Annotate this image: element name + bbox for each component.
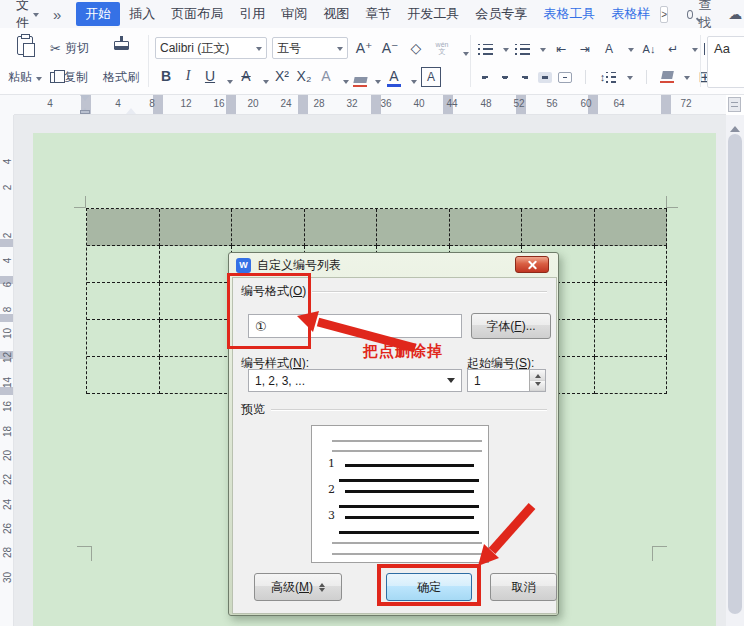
font-size-select[interactable]: 五号 (272, 37, 348, 59)
shading-button[interactable] (660, 71, 674, 84)
ruler-column-mark[interactable] (226, 95, 236, 115)
italic-button[interactable]: I (179, 65, 197, 87)
grow-font-button[interactable]: A⁺ (355, 37, 373, 59)
table-cell[interactable] (87, 357, 160, 394)
increase-indent-button[interactable]: ⇥ (576, 38, 594, 60)
cloud-sync-icon[interactable]: ☁ (728, 6, 742, 22)
table-cell[interactable] (522, 209, 595, 246)
scrollbar-thumb[interactable] (728, 134, 742, 614)
table-cell[interactable] (595, 357, 668, 394)
table-cell[interactable] (160, 320, 233, 357)
decrease-indent-button[interactable]: ⇤ (552, 38, 570, 60)
dropdown-arrow-icon[interactable] (684, 76, 690, 83)
table-cell[interactable] (377, 209, 450, 246)
ruler-toggle-icon[interactable] (728, 97, 741, 112)
more-tabs-button[interactable]: > (660, 6, 668, 23)
table-cell[interactable] (305, 209, 378, 246)
font-button[interactable]: 字体(F)... (471, 313, 551, 339)
dropdown-arrow-icon[interactable] (375, 80, 381, 87)
bullets-button[interactable] (478, 44, 493, 55)
menu-tab-1[interactable]: 插入 (122, 2, 162, 26)
format-painter-button[interactable]: 格式刷 (98, 33, 144, 89)
dropdown-arrow-icon[interactable] (692, 48, 698, 55)
ruler-column-mark[interactable] (661, 95, 671, 115)
table-cell[interactable] (87, 320, 160, 357)
dialog-close-button[interactable] (515, 256, 549, 273)
start-number-spinner[interactable]: 1 (467, 369, 546, 392)
dropdown-arrow-icon[interactable] (540, 48, 546, 55)
dropdown-arrow-icon[interactable] (263, 80, 269, 87)
table-cell[interactable] (595, 283, 668, 320)
dropdown-arrow-icon[interactable] (411, 80, 417, 87)
bold-button[interactable]: B (157, 65, 175, 87)
pinyin-guide-button[interactable]: wén 文 (433, 37, 451, 59)
horizontal-ruler[interactable]: 448121620242832364044485256606472 (14, 95, 726, 115)
align-center-button[interactable] (498, 72, 512, 83)
table-cell[interactable] (595, 246, 668, 283)
menu-tab-6[interactable]: 章节 (358, 2, 398, 26)
cancel-button[interactable]: 取消 (490, 573, 557, 601)
table-cell[interactable] (232, 209, 305, 246)
table-cell[interactable] (160, 246, 233, 283)
ruler-column-mark[interactable] (298, 95, 308, 115)
cut-button[interactable]: ✂ 剪切 (50, 40, 89, 57)
distribute-button[interactable] (558, 72, 572, 83)
styles-gallery[interactable]: Aa (707, 36, 744, 88)
superscript-button[interactable]: X² (273, 65, 291, 87)
char-effects-button[interactable]: A (317, 65, 335, 87)
font-name-select[interactable]: Calibri (正文) (155, 37, 267, 59)
table-cell[interactable] (450, 209, 523, 246)
text-direction-button[interactable]: A (600, 38, 618, 60)
table-cell[interactable] (160, 283, 233, 320)
paste-button[interactable]: 粘贴 (4, 33, 46, 89)
menu-tab-9[interactable]: 表格工具 (536, 2, 602, 26)
font-color-button[interactable]: A (385, 69, 403, 87)
underline-button[interactable]: U (201, 65, 219, 87)
menu-tab-10[interactable]: 表格样 (604, 2, 657, 26)
subscript-button[interactable]: X₂ (295, 65, 313, 87)
advanced-button[interactable]: 高级(M) (254, 573, 342, 601)
menu-tab-5[interactable]: 视图 (316, 2, 356, 26)
dropdown-arrow-icon[interactable] (628, 48, 634, 55)
clear-format-button[interactable]: ◇ (407, 37, 425, 59)
left-indent-marker[interactable] (80, 110, 90, 114)
table-cell[interactable] (87, 283, 160, 320)
dropdown-arrow-icon[interactable] (627, 76, 633, 83)
table-cell[interactable] (160, 209, 233, 246)
table-cell[interactable] (595, 209, 668, 246)
chevron-down-icon[interactable] (33, 13, 39, 20)
vertical-ruler[interactable]: 4224681012141618202224262830 (0, 115, 14, 626)
menu-tab-3[interactable]: 引用 (232, 2, 272, 26)
dropdown-arrow-icon[interactable] (343, 80, 349, 87)
vertical-scrollbar[interactable] (726, 115, 744, 626)
char-border-button[interactable]: A (421, 67, 441, 87)
menu-tab-7[interactable]: 开发工具 (400, 2, 466, 26)
menu-tab-4[interactable]: 审阅 (274, 2, 314, 26)
spin-down-button[interactable] (530, 381, 545, 392)
strikethrough-button[interactable]: A (237, 65, 255, 87)
align-left-button[interactable] (478, 72, 492, 83)
sort-button[interactable]: A↓ (640, 38, 658, 60)
highlight-button[interactable] (353, 77, 367, 88)
overflow-tabs-button[interactable]: » (53, 6, 61, 23)
number-style-select[interactable]: 1, 2, 3, ... (248, 369, 462, 392)
right-indent-marker[interactable] (126, 103, 136, 114)
numbering-button[interactable] (515, 44, 530, 55)
show-marks-button[interactable]: ↵ (664, 38, 682, 60)
dropdown-arrow-icon[interactable] (227, 80, 233, 87)
menu-tab-0[interactable]: 开始 (76, 2, 120, 26)
dropdown-arrow-icon[interactable] (463, 52, 469, 59)
align-right-button[interactable] (518, 72, 532, 83)
table-cell[interactable] (87, 246, 160, 283)
scroll-up-icon[interactable] (730, 121, 740, 132)
copy-button[interactable]: 复制 (50, 69, 88, 86)
table-cell[interactable] (160, 357, 233, 394)
table-cell[interactable] (87, 209, 160, 246)
line-spacing-button[interactable]: ↕ (599, 66, 617, 88)
align-justify-button[interactable] (538, 72, 552, 83)
menu-tab-8[interactable]: 会员专享 (468, 2, 534, 26)
spin-up-button[interactable] (530, 370, 545, 381)
table-cell[interactable] (595, 320, 668, 357)
shrink-font-button[interactable]: A⁻ (381, 37, 399, 59)
menu-tab-2[interactable]: 页面布局 (164, 2, 230, 26)
